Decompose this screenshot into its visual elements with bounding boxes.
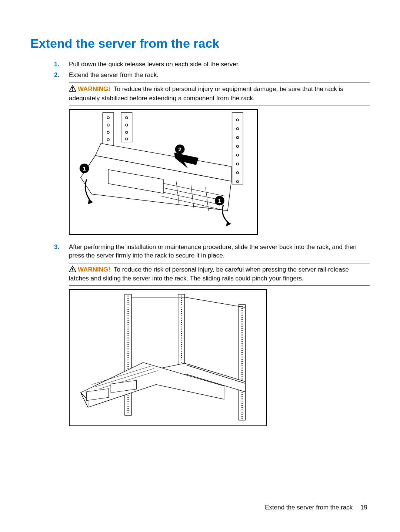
page-title: Extend the server from the rack [30,35,370,52]
figure-2 [69,289,267,426]
step-1-text: Pull down the quick release levers on ea… [69,61,240,68]
footer-section: Extend the server from the rack [265,504,353,511]
page-container: Extend the server from the rack 1. Pull … [0,0,400,532]
warning-2-text: To reduce the risk of personal injury, b… [69,266,349,282]
step-3-number: 3. [54,243,59,252]
svg-point-6 [107,117,109,119]
callout-1b: 1 [218,198,221,204]
svg-point-11 [126,124,128,126]
footer-page-number: 19 [360,504,367,511]
svg-point-14 [236,119,239,121]
step-3-text: After performing the installation or mai… [69,243,357,259]
svg-point-8 [107,131,109,134]
step-2: 2. Extend the server from the rack. WARN… [69,71,370,235]
svg-point-16 [236,136,239,138]
step-2-number: 2. [54,71,59,80]
warning-1-label: WARNING! [78,85,110,92]
svg-point-2 [72,90,73,91]
svg-point-40 [72,270,73,271]
page-footer: Extend the server from the rack 19 [265,504,367,512]
svg-point-13 [126,138,128,140]
warning-1-text: To reduce the risk of personal injury or… [69,85,343,102]
svg-point-17 [236,145,239,147]
step-1: 1. Pull down the quick release levers on… [69,60,370,69]
svg-marker-33 [88,199,93,204]
warning-2: WARNING! To reduce the risk of personal … [69,263,370,286]
step-2-text: Extend the server from the rack. [69,71,159,78]
svg-point-15 [236,128,239,130]
svg-point-21 [236,180,239,182]
warning-icon [69,266,76,275]
callout-2: 2 [179,147,181,152]
warning-1: WARNING! To reduce the risk of personal … [69,83,370,105]
svg-marker-34 [226,221,231,226]
step-1-number: 1. [54,60,59,69]
svg-point-20 [236,172,239,174]
svg-point-9 [107,138,109,141]
svg-line-50 [185,297,246,308]
svg-point-18 [236,154,239,156]
callout-1a: 1 [83,166,86,172]
svg-point-7 [107,124,109,126]
svg-point-12 [126,131,128,134]
warning-icon [69,85,76,94]
step-3: 3. After performing the installation or … [69,243,370,427]
svg-point-19 [236,163,239,165]
figure-1: 1 2 1 [69,109,258,235]
steps-list: 1. Pull down the quick release levers on… [30,60,370,427]
warning-2-label: WARNING! [78,266,110,273]
svg-point-10 [126,117,128,119]
